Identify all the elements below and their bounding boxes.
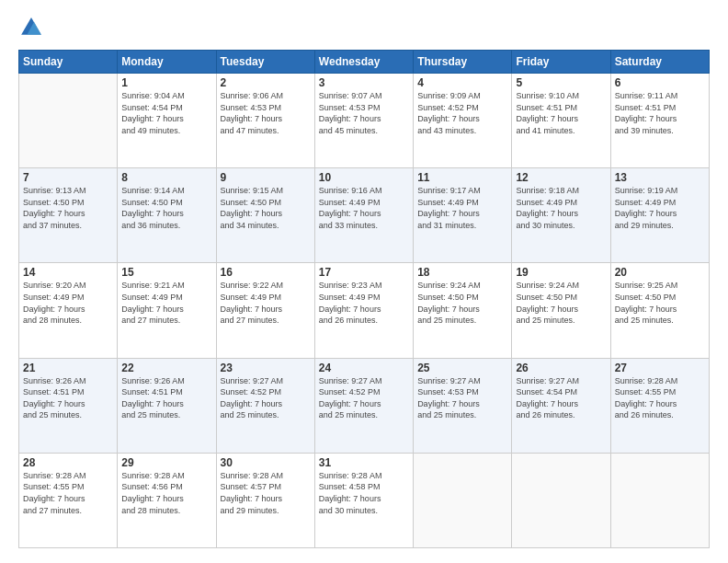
day-number: 3 (319, 76, 409, 89)
day-number: 30 (221, 456, 311, 469)
day-info: Sunrise: 9:15 AMSunset: 4:50 PMDaylight:… (221, 185, 311, 231)
day-info: Sunrise: 9:20 AMSunset: 4:49 PMDaylight:… (23, 280, 113, 326)
weekday-header-tuesday: Tuesday (216, 51, 314, 74)
day-number: 29 (121, 456, 211, 469)
day-cell: 15Sunrise: 9:21 AMSunset: 4:49 PMDayligh… (118, 263, 216, 358)
logo-icon (18, 15, 44, 40)
day-number: 14 (23, 266, 113, 279)
day-number: 21 (23, 362, 113, 374)
day-cell (512, 453, 610, 547)
day-cell: 26Sunrise: 9:27 AMSunset: 4:54 PMDayligh… (512, 358, 610, 453)
day-number: 4 (417, 76, 507, 89)
day-info: Sunrise: 9:27 AMSunset: 4:54 PMDaylight:… (516, 375, 606, 421)
day-number: 7 (23, 171, 113, 184)
day-number: 8 (121, 171, 211, 184)
day-cell (414, 453, 512, 547)
day-info: Sunrise: 9:23 AMSunset: 4:49 PMDaylight:… (319, 280, 409, 326)
weekday-header-row: SundayMondayTuesdayWednesdayThursdayFrid… (19, 51, 710, 74)
day-info: Sunrise: 9:27 AMSunset: 4:52 PMDaylight:… (319, 375, 409, 421)
day-number: 27 (615, 362, 705, 374)
day-info: Sunrise: 9:27 AMSunset: 4:53 PMDaylight:… (417, 375, 507, 421)
logo (18, 15, 48, 40)
day-cell: 25Sunrise: 9:27 AMSunset: 4:53 PMDayligh… (414, 358, 512, 453)
day-cell: 3Sunrise: 9:07 AMSunset: 4:53 PMDaylight… (314, 74, 413, 168)
day-info: Sunrise: 9:13 AMSunset: 4:50 PMDaylight:… (23, 185, 113, 231)
day-info: Sunrise: 9:16 AMSunset: 4:49 PMDaylight:… (319, 185, 409, 231)
day-cell: 14Sunrise: 9:20 AMSunset: 4:49 PMDayligh… (19, 263, 118, 358)
day-number: 17 (319, 266, 409, 279)
day-number: 24 (319, 362, 409, 374)
day-cell: 7Sunrise: 9:13 AMSunset: 4:50 PMDaylight… (19, 168, 118, 263)
day-number: 11 (417, 171, 507, 184)
day-cell: 5Sunrise: 9:10 AMSunset: 4:51 PMDaylight… (512, 74, 610, 168)
day-number: 26 (516, 362, 606, 374)
day-cell: 18Sunrise: 9:24 AMSunset: 4:50 PMDayligh… (414, 263, 512, 358)
day-info: Sunrise: 9:24 AMSunset: 4:50 PMDaylight:… (417, 280, 507, 326)
day-cell: 20Sunrise: 9:25 AMSunset: 4:50 PMDayligh… (610, 263, 709, 358)
day-cell: 27Sunrise: 9:28 AMSunset: 4:55 PMDayligh… (610, 358, 709, 453)
day-info: Sunrise: 9:27 AMSunset: 4:52 PMDaylight:… (221, 375, 311, 421)
day-number: 13 (615, 171, 705, 184)
day-info: Sunrise: 9:07 AMSunset: 4:53 PMDaylight:… (319, 90, 409, 136)
day-info: Sunrise: 9:21 AMSunset: 4:49 PMDaylight:… (121, 280, 211, 326)
day-number: 19 (516, 266, 606, 279)
day-info: Sunrise: 9:28 AMSunset: 4:57 PMDaylight:… (221, 470, 311, 516)
day-info: Sunrise: 9:17 AMSunset: 4:49 PMDaylight:… (417, 185, 507, 231)
day-cell: 12Sunrise: 9:18 AMSunset: 4:49 PMDayligh… (512, 168, 610, 263)
day-cell: 4Sunrise: 9:09 AMSunset: 4:52 PMDaylight… (414, 74, 512, 168)
day-cell: 10Sunrise: 9:16 AMSunset: 4:49 PMDayligh… (314, 168, 413, 263)
day-info: Sunrise: 9:06 AMSunset: 4:53 PMDaylight:… (221, 90, 311, 136)
day-number: 5 (516, 76, 606, 89)
day-cell: 2Sunrise: 9:06 AMSunset: 4:53 PMDaylight… (216, 74, 314, 168)
day-number: 31 (319, 456, 409, 469)
day-number: 20 (615, 266, 705, 279)
day-info: Sunrise: 9:22 AMSunset: 4:49 PMDaylight:… (221, 280, 311, 326)
weekday-header-sunday: Sunday (19, 51, 118, 74)
week-row-1: 1Sunrise: 9:04 AMSunset: 4:54 PMDaylight… (19, 74, 710, 168)
day-cell: 19Sunrise: 9:24 AMSunset: 4:50 PMDayligh… (512, 263, 610, 358)
day-number: 6 (615, 76, 705, 89)
weekday-header-saturday: Saturday (610, 51, 709, 74)
day-number: 10 (319, 171, 409, 184)
day-info: Sunrise: 9:28 AMSunset: 4:56 PMDaylight:… (121, 470, 211, 516)
weekday-header-thursday: Thursday (414, 51, 512, 74)
day-info: Sunrise: 9:19 AMSunset: 4:49 PMDaylight:… (615, 185, 705, 231)
day-cell: 23Sunrise: 9:27 AMSunset: 4:52 PMDayligh… (216, 358, 314, 453)
week-row-2: 7Sunrise: 9:13 AMSunset: 4:50 PMDaylight… (19, 168, 710, 263)
day-info: Sunrise: 9:09 AMSunset: 4:52 PMDaylight:… (417, 90, 507, 136)
day-info: Sunrise: 9:28 AMSunset: 4:55 PMDaylight:… (23, 470, 113, 516)
day-number: 12 (516, 171, 606, 184)
day-info: Sunrise: 9:24 AMSunset: 4:50 PMDaylight:… (516, 280, 606, 326)
day-info: Sunrise: 9:04 AMSunset: 4:54 PMDaylight:… (121, 90, 211, 136)
calendar-table: SundayMondayTuesdayWednesdayThursdayFrid… (18, 50, 710, 548)
day-cell: 11Sunrise: 9:17 AMSunset: 4:49 PMDayligh… (414, 168, 512, 263)
day-number: 23 (221, 362, 311, 374)
day-info: Sunrise: 9:11 AMSunset: 4:51 PMDaylight:… (615, 90, 705, 136)
weekday-header-monday: Monday (118, 51, 216, 74)
day-cell: 29Sunrise: 9:28 AMSunset: 4:56 PMDayligh… (118, 453, 216, 547)
day-info: Sunrise: 9:14 AMSunset: 4:50 PMDaylight:… (121, 185, 211, 231)
day-info: Sunrise: 9:28 AMSunset: 4:58 PMDaylight:… (319, 470, 409, 516)
day-info: Sunrise: 9:28 AMSunset: 4:55 PMDaylight:… (615, 375, 705, 421)
day-cell: 16Sunrise: 9:22 AMSunset: 4:49 PMDayligh… (216, 263, 314, 358)
day-number: 2 (221, 76, 311, 89)
day-cell: 1Sunrise: 9:04 AMSunset: 4:54 PMDaylight… (118, 74, 216, 168)
day-cell: 17Sunrise: 9:23 AMSunset: 4:49 PMDayligh… (314, 263, 413, 358)
day-info: Sunrise: 9:25 AMSunset: 4:50 PMDaylight:… (615, 280, 705, 326)
weekday-header-friday: Friday (512, 51, 610, 74)
day-info: Sunrise: 9:10 AMSunset: 4:51 PMDaylight:… (516, 90, 606, 136)
day-cell: 8Sunrise: 9:14 AMSunset: 4:50 PMDaylight… (118, 168, 216, 263)
week-row-4: 21Sunrise: 9:26 AMSunset: 4:51 PMDayligh… (19, 358, 710, 453)
day-info: Sunrise: 9:26 AMSunset: 4:51 PMDaylight:… (121, 375, 211, 421)
day-info: Sunrise: 9:18 AMSunset: 4:49 PMDaylight:… (516, 185, 606, 231)
day-cell (610, 453, 709, 547)
day-number: 1 (121, 76, 211, 89)
day-cell: 9Sunrise: 9:15 AMSunset: 4:50 PMDaylight… (216, 168, 314, 263)
day-cell: 13Sunrise: 9:19 AMSunset: 4:49 PMDayligh… (610, 168, 709, 263)
day-cell: 24Sunrise: 9:27 AMSunset: 4:52 PMDayligh… (314, 358, 413, 453)
week-row-3: 14Sunrise: 9:20 AMSunset: 4:49 PMDayligh… (19, 263, 710, 358)
day-number: 16 (221, 266, 311, 279)
day-cell: 22Sunrise: 9:26 AMSunset: 4:51 PMDayligh… (118, 358, 216, 453)
day-cell: 28Sunrise: 9:28 AMSunset: 4:55 PMDayligh… (19, 453, 118, 547)
day-cell: 6Sunrise: 9:11 AMSunset: 4:51 PMDaylight… (610, 74, 709, 168)
